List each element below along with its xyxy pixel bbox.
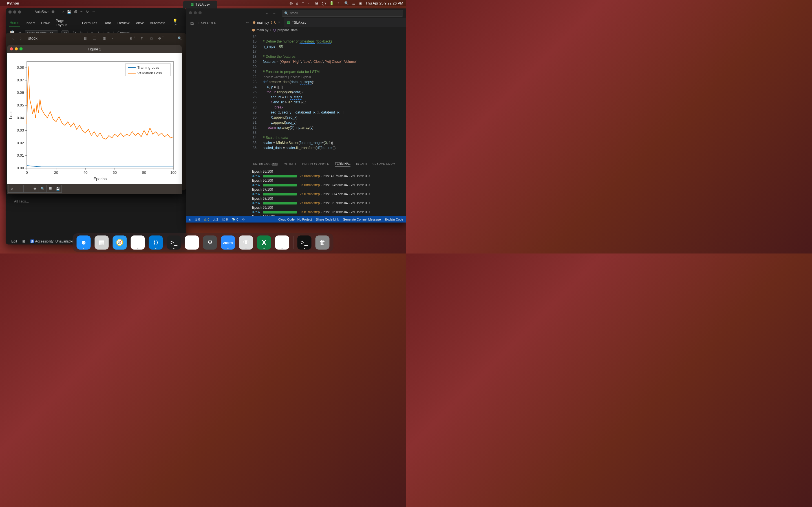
menubar-battery-icon[interactable]: 🔋 [329, 1, 334, 5]
editor-tab-main-py[interactable]: ⬢main.py2, U× [249, 18, 284, 27]
excel-more-icon[interactable]: ⋯ [92, 10, 95, 14]
status-explain-code[interactable]: Explain Code [385, 218, 403, 221]
vscode-terminal[interactable]: Epoch 95/10037/37 2s 66ms/step - loss: 4… [249, 168, 406, 216]
figure-tool-save-icon[interactable]: 💾 [54, 185, 62, 193]
figure-traffic-lights[interactable] [10, 47, 22, 50]
ribbon-tab-review[interactable]: Review [117, 20, 130, 26]
vscode-nav-back-icon[interactable]: ← [265, 11, 269, 15]
finder-group-icon[interactable]: ⊞ ˅ [129, 35, 135, 41]
excel-footer-sheet-icon[interactable]: ⊞ [22, 239, 25, 243]
menubar-icon-3[interactable]: ⠿ [302, 1, 305, 5]
status-remote-icon[interactable]: ⎋ [189, 218, 191, 221]
vscode-breadcrumb[interactable]: ⬢ main.py › ⬡ prepare_data [249, 27, 406, 33]
finder-tag-icon[interactable]: ◌ [148, 35, 154, 41]
explorer-icon[interactable]: 🗎 [190, 21, 195, 27]
close-icon[interactable]: × [278, 20, 280, 24]
finder-action-icon[interactable]: ⊙ ˅ [158, 35, 164, 41]
dock-app-excel[interactable]: X [257, 235, 271, 249]
dock-app-pieces[interactable]: ✳ [275, 235, 289, 249]
menubar-siri-icon[interactable]: ◉ [359, 1, 362, 5]
ribbon-tab-home[interactable]: Home [9, 19, 20, 26]
excel-save-icon[interactable]: 💾 [67, 10, 71, 14]
figure-tool-zoom-icon[interactable]: 🔍 [39, 185, 47, 193]
finder-forward-icon[interactable]: 〉 [18, 35, 25, 41]
editor-tab-tsla-csv[interactable]: ▦TSLA.csv [284, 18, 310, 27]
vscode-nav-forward-icon[interactable]: → [273, 11, 276, 15]
finder-view-grid-icon[interactable]: ▦ [82, 35, 88, 41]
vscode-command-center[interactable]: 🔍 stock [282, 10, 403, 17]
panel-tab-search-error[interactable]: SEARCH ERRO [372, 163, 395, 166]
excel-footer-edit[interactable]: Edit [11, 239, 17, 243]
menubar-display-icon[interactable]: 🖥 [315, 1, 318, 5]
finder-view-column-icon[interactable]: ▥ [101, 35, 107, 41]
dock-app-preview[interactable]: 👁 [239, 235, 253, 249]
finder-back-icon[interactable]: 〈 [9, 35, 15, 41]
finder-view-gallery-icon[interactable]: ▭ [110, 35, 117, 41]
status-errors[interactable]: ⊘ 0 [195, 218, 200, 221]
breadcrumb-file[interactable]: main.py [257, 28, 268, 32]
menubar-user-icon[interactable]: ◯ [322, 1, 326, 5]
figure-tool-home-icon[interactable]: ⌂ [8, 185, 16, 193]
dock-app-zoom[interactable]: zoom [221, 235, 235, 249]
ribbon-tab-data[interactable]: Data [103, 20, 112, 26]
panel-tab-output[interactable]: OUTPUT [284, 163, 296, 166]
menubar-app-name[interactable]: Python [7, 1, 19, 5]
dock-app-chrome[interactable]: ◉ [131, 235, 145, 249]
excel-footer-accessibility[interactable]: ♿ Accessibility: Unavailable [30, 239, 73, 243]
dock-app-launchpad[interactable]: ▦ [95, 235, 109, 249]
figure-tool-pan-icon[interactable]: ✥ [31, 185, 39, 193]
excel-traffic-lights[interactable] [8, 10, 21, 13]
menubar-wifi-icon[interactable]: ᯤ [337, 1, 341, 5]
explorer-more-icon[interactable]: ⋯ [246, 21, 250, 24]
excel-all-tags[interactable]: All Tags… [14, 200, 29, 203]
vscode-traffic-lights[interactable] [189, 11, 203, 15]
ribbon-tab-insert[interactable]: Insert [25, 20, 36, 26]
status-radio[interactable]: 📡 0 [232, 218, 238, 221]
status-triangle[interactable]: △ 2 [213, 218, 218, 221]
ribbon-tab-formulas[interactable]: Formulas [82, 20, 98, 26]
excel-autosave-label[interactable]: AutoSave [35, 10, 49, 14]
excel-redo-icon[interactable]: ↻ [86, 10, 89, 14]
status-live-icon[interactable]: ⟳ [242, 218, 245, 221]
dock-app-term-doc[interactable]: >_ [297, 235, 312, 249]
vscode-window-tab[interactable]: ▦ TSLA.csv [183, 1, 217, 8]
dock-app-trash[interactable]: 🗑 [315, 235, 329, 249]
finder-view-list-icon[interactable]: ☰ [91, 35, 98, 41]
tell-me-icon[interactable]: 💡 Tel [173, 18, 183, 27]
dock-app-safari[interactable]: 🧭 [113, 235, 127, 249]
excel-autosave-toggle[interactable] [52, 10, 54, 13]
vscode-code-editor[interactable]: 1415161718192021222324252627282930313233… [249, 33, 406, 160]
status-share-link[interactable]: Share Code Link [316, 218, 339, 221]
menubar-icon-1[interactable]: ◎ [290, 1, 293, 5]
menubar-icon-2[interactable]: ⌀ [296, 1, 298, 5]
figure-tool-forward-icon[interactable]: → [23, 185, 31, 193]
dock-app-finder[interactable]: ☻ [77, 235, 91, 249]
excel-saveall-icon[interactable]: 🗐 [74, 10, 78, 14]
ribbon-tab-automate[interactable]: Automate [149, 20, 166, 26]
menubar-clock[interactable]: Thu Apr 25 9:22:26 PM [365, 1, 403, 5]
status-gen-commit[interactable]: Generate Commit Message [343, 218, 381, 221]
dock-app-vscode[interactable]: ⟨⟩ [149, 235, 163, 249]
ribbon-tab-page-layout[interactable]: Page Layout [55, 17, 77, 28]
dock-app-settings[interactable]: ⚙ [203, 235, 217, 249]
figure-tool-configure-icon[interactable]: ☰ [46, 185, 54, 193]
excel-undo-icon[interactable]: ↶ [80, 10, 83, 14]
menubar-control-center-icon[interactable]: ☰ [352, 1, 356, 5]
dock-app-terminal[interactable]: >_ [167, 235, 181, 249]
breadcrumb-symbol[interactable]: prepare_data [277, 28, 297, 32]
ribbon-tab-view[interactable]: View [135, 20, 144, 26]
panel-tab-terminal[interactable]: TERMINAL [335, 162, 350, 166]
status-warnings[interactable]: ⚠ 0 [204, 218, 209, 221]
finder-share-icon[interactable]: ⇪ [139, 35, 145, 41]
panel-tab-ports[interactable]: PORTS [356, 163, 367, 166]
panel-tab-problems[interactable]: PROBLEMS10 [253, 163, 278, 166]
finder-search-icon[interactable]: 🔍 [176, 35, 183, 41]
panel-tab-debug[interactable]: DEBUG CONSOLE [302, 163, 329, 166]
menubar-rect-icon[interactable]: ▭ [308, 1, 311, 5]
dock-app-notes[interactable]: ▤ [185, 235, 199, 249]
ribbon-tab-draw[interactable]: Draw [40, 20, 50, 26]
status-cloud-code[interactable]: Cloud Code - No Project [278, 218, 312, 221]
status-info[interactable]: ⓘ 8 [222, 217, 228, 222]
figure-tool-back-icon[interactable]: ← [16, 185, 24, 193]
menubar-search-icon[interactable]: 🔍 [344, 1, 349, 5]
